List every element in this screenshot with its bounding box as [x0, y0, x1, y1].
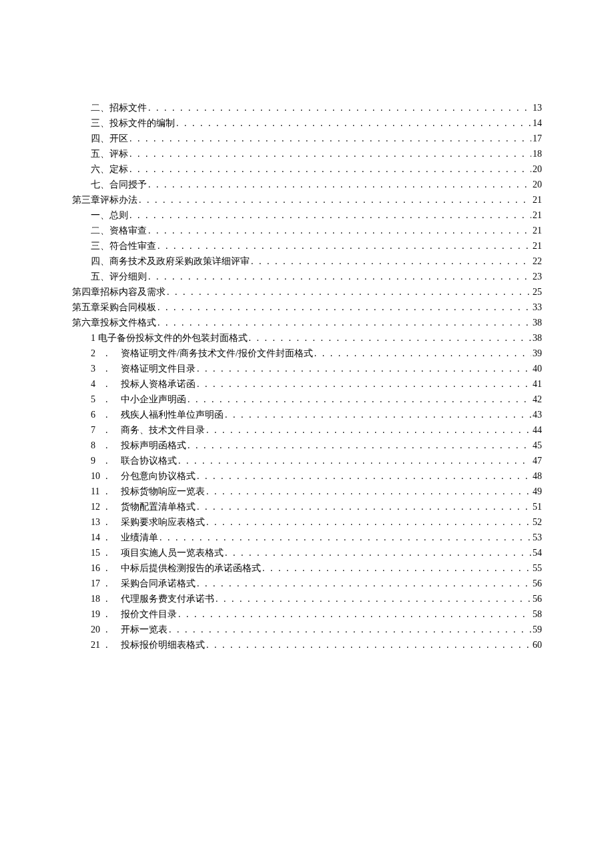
toc-entry-title: 16.中标后提供检测报告的承诺函格式: [91, 560, 261, 576]
toc-leader-dots: [158, 238, 531, 254]
toc-leader-dots: [216, 591, 531, 606]
toc-leader-dots: [206, 484, 531, 499]
toc-entry-page: 44: [533, 422, 542, 438]
toc-entry: 9.联合协议格式47: [72, 453, 542, 468]
toc-entry-title: 5.中小企业声明函: [91, 392, 186, 407]
toc-entry-page: 42: [533, 392, 542, 407]
toc-entry-page: 59: [533, 622, 542, 637]
toc-entry: 第三章评标办法21: [72, 192, 542, 207]
toc-entry: 1 电子备份投标文件的外包装封面格式38: [72, 330, 542, 346]
toc-entry-page: 14: [533, 115, 542, 131]
toc-entry-title: 19.报价文件目录: [91, 606, 177, 622]
toc-entry: 17.采购合同承诺格式56: [72, 576, 542, 591]
toc-entry-title: 10.分包意向协议格式: [91, 468, 196, 484]
toc-entry: 4.投标人资格承诺函41: [72, 376, 542, 392]
toc-leader-dots: [129, 207, 531, 223]
toc-leader-dots: [206, 637, 531, 653]
toc-entry-page: 43: [533, 407, 542, 422]
toc-entry: 19.报价文件目录58: [72, 606, 542, 622]
toc-entry: 3.资格证明文件目录40: [72, 361, 542, 376]
toc-leader-dots: [167, 284, 531, 300]
toc-entry: 五、评标18: [72, 146, 542, 161]
toc-leader-dots: [188, 392, 531, 407]
toc-entry-title: 12.货物配置清单格式: [91, 499, 196, 514]
toc-leader-dots: [148, 177, 531, 192]
toc-entry-title: 四、开区: [91, 131, 128, 146]
toc-entry: 第六章投标文件格式38: [72, 315, 542, 330]
toc-leader-dots: [188, 438, 531, 453]
toc-entry-page: 53: [533, 530, 542, 545]
toc-entry-title: 七、合同授予: [91, 177, 147, 192]
toc-entry-page: 45: [533, 438, 542, 453]
toc-entry: 二、招标文件13: [72, 100, 542, 115]
toc-entry-title: 二、资格审查: [91, 223, 147, 238]
toc-leader-dots: [169, 622, 531, 637]
toc-entry-page: 39: [533, 346, 542, 361]
toc-entry-page: 60: [533, 637, 542, 653]
toc-leader-dots: [249, 330, 532, 346]
toc-entry-title: 15.项目实施人员一览表格式: [91, 545, 224, 560]
toc-leader-dots: [197, 499, 531, 514]
toc-entry: 二、资格审查21: [72, 223, 542, 238]
table-of-contents: 二、招标文件13三、投标文件的编制14四、开区17五、评标18六、定标20七、合…: [72, 100, 542, 653]
toc-entry-title: 五、评分细则: [91, 269, 147, 284]
toc-entry: 7.商务、技术文件目录44: [72, 422, 542, 438]
toc-entry-page: 20: [533, 177, 542, 192]
toc-entry-title: 三、符合性审查: [91, 238, 156, 254]
toc-leader-dots: [206, 422, 531, 438]
toc-entry: 第四章招标内容及需求25: [72, 284, 542, 300]
toc-entry-page: 21: [533, 223, 542, 238]
toc-entry-page: 18: [533, 146, 542, 161]
toc-leader-dots: [206, 514, 531, 530]
toc-leader-dots: [139, 192, 531, 207]
toc-entry-title: 二、招标文件: [91, 100, 147, 115]
toc-leader-dots: [178, 453, 531, 468]
toc-entry-page: 58: [533, 606, 542, 622]
toc-leader-dots: [148, 223, 531, 238]
toc-entry-page: 25: [533, 284, 542, 300]
toc-entry: 四、商务技术及政府采购政策详细评审22: [72, 254, 542, 269]
toc-entry: 六、定标20: [72, 161, 542, 177]
toc-entry-title: 4.投标人资格承诺函: [91, 376, 196, 392]
toc-entry-title: 21.投标报价明细表格式: [91, 637, 205, 653]
toc-entry-page: 52: [533, 514, 542, 530]
toc-entry-page: 41: [533, 376, 542, 392]
toc-entry-title: 13.采购要求响应表格式: [91, 514, 205, 530]
toc-entry: 8.投标声明函格式45: [72, 438, 542, 453]
toc-entry: 三、符合性审查21: [72, 238, 542, 254]
toc-entry: 6.残疾人福利性单位声明函43: [72, 407, 542, 422]
toc-entry: 四、开区17: [72, 131, 542, 146]
toc-entry-title: 第四章招标内容及需求: [72, 284, 166, 300]
toc-entry: 18.代理服务费支付承诺书56: [72, 591, 542, 606]
toc-entry: 16.中标后提供检测报告的承诺函格式55: [72, 560, 542, 576]
toc-leader-dots: [178, 606, 531, 622]
toc-entry-title: 9.联合协议格式: [91, 453, 177, 468]
toc-entry-page: 21: [533, 238, 542, 254]
toc-leader-dots: [158, 300, 531, 315]
toc-entry: 10.分包意向协议格式48: [72, 468, 542, 484]
toc-entry: 20.开标一览表59: [72, 622, 542, 637]
toc-entry-title: 一、总则: [91, 207, 128, 223]
toc-entry-page: 48: [533, 468, 542, 484]
toc-leader-dots: [197, 468, 531, 484]
toc-entry: 11.投标货物响应一览表49: [72, 484, 542, 499]
toc-entry-page: 21: [533, 192, 542, 207]
toc-entry-page: 49: [533, 484, 542, 499]
toc-entry-title: 3.资格证明文件目录: [91, 361, 196, 376]
toc-entry-title: 6.残疾人福利性单位声明函: [91, 407, 224, 422]
toc-leader-dots: [129, 146, 531, 161]
toc-entry-title: 18.代理服务费支付承诺书: [91, 591, 214, 606]
toc-entry-page: 40: [533, 361, 542, 376]
toc-entry-page: 17: [533, 131, 542, 146]
toc-leader-dots: [197, 376, 531, 392]
toc-entry-page: 55: [533, 560, 542, 576]
toc-entry-title: 第三章评标办法: [72, 192, 137, 207]
toc-entry-title: 六、定标: [91, 161, 128, 177]
toc-entry-page: 22: [533, 254, 542, 269]
toc-entry: 2.资格证明文件/商务技术文件/报价文件封面格式39: [72, 346, 542, 361]
toc-entry: 一、总则21: [72, 207, 542, 223]
toc-entry-title: 五、评标: [91, 146, 128, 161]
toc-entry-title: 8.投标声明函格式: [91, 438, 186, 453]
toc-entry: 21.投标报价明细表格式60: [72, 637, 542, 653]
toc-entry-title: 四、商务技术及政府采购政策详细评审: [91, 254, 250, 269]
